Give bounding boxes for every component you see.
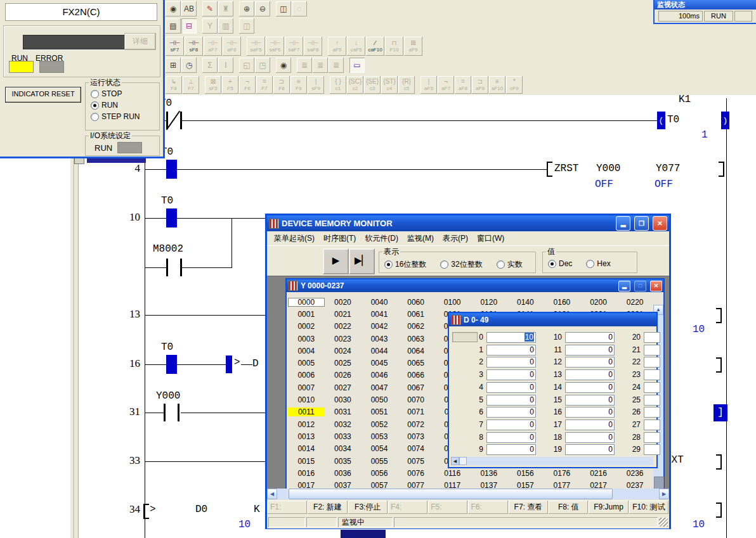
rung34-dev[interactable]: D0: [195, 504, 207, 516]
y-cell[interactable]: 0073: [398, 432, 434, 441]
menu-item[interactable]: 窗口(W): [472, 231, 509, 246]
y-cell[interactable]: 0070: [398, 395, 434, 404]
y-cell[interactable]: 0046: [361, 371, 398, 380]
d-value-field[interactable]: 0: [486, 369, 536, 380]
y-cell[interactable]: 0043: [361, 335, 398, 343]
y-cell[interactable]: 0020: [325, 298, 362, 307]
y-cell[interactable]: 0216: [580, 469, 617, 478]
d-value-field[interactable]: 0: [486, 395, 536, 406]
y-cell[interactable]: 0137: [471, 481, 507, 489]
d-value-field[interactable]: 0: [565, 357, 615, 368]
d-value-field[interactable]: 0: [486, 432, 536, 443]
d-value-field[interactable]: 0: [565, 382, 615, 393]
d-scroll-thumb[interactable]: [459, 457, 467, 465]
d-value-field[interactable]: [644, 382, 660, 393]
y-cell[interactable]: 0076: [398, 469, 434, 478]
y-cell[interactable]: 0053: [361, 432, 398, 441]
y-cell[interactable]: 0220: [616, 298, 653, 307]
y-cell[interactable]: 0075: [398, 457, 434, 466]
scroll-left-icon[interactable]: ◀: [451, 457, 459, 465]
d-value-field[interactable]: [644, 345, 660, 355]
y-cell[interactable]: 0066: [398, 371, 434, 380]
y-cell[interactable]: 0045: [361, 359, 398, 368]
y-cell[interactable]: 0057: [361, 481, 398, 489]
radio-32位整数[interactable]: 32位整数: [440, 259, 482, 270]
radio-STEP RUN[interactable]: STEP RUN: [91, 112, 159, 121]
y-cell[interactable]: 0015: [288, 457, 325, 466]
y-cell[interactable]: 0013: [288, 432, 325, 441]
d-value-field[interactable]: 0: [565, 332, 615, 343]
y-cell[interactable]: 0177: [544, 481, 580, 489]
y-cell[interactable]: 0001: [288, 310, 325, 319]
d-window-title-bar[interactable]: D 0- 49: [449, 313, 656, 326]
menu-item[interactable]: 监视(M): [403, 231, 438, 246]
resize-grip[interactable]: [659, 518, 668, 527]
no-contact-y000[interactable]: [164, 404, 166, 421]
fkey-f2[interactable]: F2: 新建: [308, 501, 347, 514]
zrst-instruction[interactable]: ZRST: [554, 163, 578, 175]
d-value-field[interactable]: [644, 420, 660, 430]
y-cell[interactable]: 0237: [616, 481, 653, 489]
d-value-field[interactable]: 0: [565, 407, 615, 418]
y-cell[interactable]: 0031: [325, 407, 362, 416]
y-cell[interactable]: 0022: [325, 322, 362, 331]
y-cell[interactable]: 0062: [398, 322, 434, 331]
d-value-field[interactable]: 0: [565, 345, 615, 355]
menu-item[interactable]: 菜单起动(S): [270, 231, 319, 246]
y-cell[interactable]: 0156: [507, 469, 544, 478]
y-cell[interactable]: 0034: [325, 444, 362, 453]
d-horizontal-scrollbar[interactable]: ◀: [451, 457, 653, 465]
y-cell[interactable]: 0035: [325, 457, 362, 466]
dmm-scroll-thumb[interactable]: [289, 489, 613, 499]
radio-实数[interactable]: 实数: [497, 259, 523, 270]
y-cell[interactable]: 0064: [398, 347, 434, 355]
y-cell[interactable]: 0002: [288, 322, 325, 331]
d-value-field[interactable]: [644, 369, 660, 380]
radio-Hex[interactable]: Hex: [586, 259, 610, 268]
start-monitor-button[interactable]: ▶: [323, 248, 349, 274]
y-cell[interactable]: 0017: [288, 481, 325, 489]
y-cell[interactable]: 0140: [507, 298, 544, 307]
y-cell[interactable]: 0117: [434, 481, 471, 489]
maximize-button[interactable]: ❐: [634, 216, 649, 231]
y-cell[interactable]: 0000: [288, 298, 325, 307]
y-window-title-bar[interactable]: Y 0000-0237 ▂ □ ✕: [287, 279, 663, 292]
y-cell[interactable]: 0054: [361, 444, 398, 453]
y-cell[interactable]: 0136: [471, 469, 507, 478]
y-cell[interactable]: 0025: [325, 359, 362, 368]
energized-contact-t0-r4[interactable]: [166, 160, 177, 179]
y-cell[interactable]: 0157: [507, 481, 544, 489]
y-cell[interactable]: 0007: [288, 383, 325, 392]
y-cell[interactable]: 0010: [288, 395, 325, 404]
y-cell[interactable]: 0047: [361, 383, 398, 392]
y-cell[interactable]: 0012: [288, 420, 325, 429]
y-cell[interactable]: 0042: [361, 322, 398, 331]
d-value-field[interactable]: [644, 332, 660, 343]
y-cell[interactable]: 0033: [325, 432, 362, 441]
d-value-field[interactable]: 0: [486, 420, 536, 430]
y-cell[interactable]: 0040: [361, 298, 398, 307]
y-cell[interactable]: 0116: [434, 469, 471, 478]
dmm-horizontal-scrollbar[interactable]: ◀ ▶: [267, 489, 669, 499]
d-value-field[interactable]: 0: [565, 444, 615, 455]
d-value-field[interactable]: 0: [565, 369, 615, 380]
y-cell[interactable]: 0160: [544, 298, 580, 307]
detail-button[interactable]: 详细: [124, 33, 156, 50]
y-cell[interactable]: 0005: [288, 359, 325, 368]
y-cell[interactable]: 0041: [361, 310, 398, 319]
y-cell[interactable]: 0032: [325, 420, 362, 429]
d-value-field[interactable]: [644, 444, 660, 455]
menu-item[interactable]: 软元件(D): [360, 231, 403, 246]
y-cell[interactable]: 0021: [325, 310, 362, 319]
d-value-field[interactable]: 0: [565, 420, 615, 430]
y-cell[interactable]: 0026: [325, 371, 362, 380]
y-cell[interactable]: 0067: [398, 383, 434, 392]
d-value-field[interactable]: 0: [486, 444, 536, 455]
y-cell[interactable]: 0236: [616, 469, 653, 478]
y-cell[interactable]: 0037: [325, 481, 362, 489]
y-cell[interactable]: 0060: [398, 298, 434, 307]
splitter-handle[interactable]: [70, 158, 74, 538]
y-cell[interactable]: 0100: [434, 298, 471, 307]
y-cell[interactable]: 0052: [361, 420, 398, 429]
y-cell[interactable]: 0055: [361, 457, 398, 466]
